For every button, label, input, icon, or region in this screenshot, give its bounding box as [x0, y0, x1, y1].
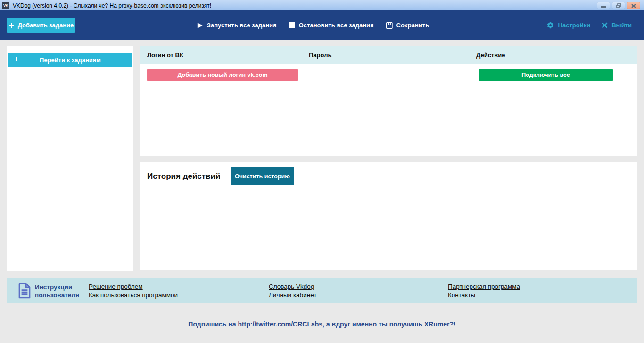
plus-icon — [14, 56, 19, 62]
footer-link-account[interactable]: Личный кабинет — [269, 291, 317, 299]
minimize-button[interactable] — [597, 2, 610, 9]
save-label: Сохранить — [396, 22, 429, 29]
stop-all-label: Остановить все задания — [299, 22, 374, 29]
column-header-login: Логин от ВК — [147, 51, 309, 59]
start-all-label: Запустить все задания — [207, 22, 277, 29]
titlebar: VK VKDog (version 4.0.2) - Слыхали че? Н… — [0, 0, 644, 10]
close-button[interactable] — [627, 2, 640, 9]
restore-button[interactable] — [612, 2, 625, 9]
connect-all-button[interactable]: Подключить все — [479, 69, 613, 81]
tasks-sidebar-panel: Перейти к заданиям — [7, 46, 133, 271]
footer-link-contacts[interactable]: Контакты — [448, 291, 520, 299]
logins-table-body: Добавить новый логин vk.com Подключить в… — [140, 64, 637, 156]
minimize-icon — [601, 6, 606, 8]
footer-link-glossary[interactable]: Словарь Vkdog — [269, 283, 317, 291]
exit-label: Выйти — [611, 22, 632, 29]
save-button[interactable]: Сохранить — [386, 22, 429, 29]
history-title: История действий — [147, 172, 220, 181]
settings-button[interactable]: Настройки — [546, 21, 591, 29]
footer-heading: Инструкции пользователя — [35, 283, 79, 299]
logins-panel: Логин от ВК Пароль Действие Добавить нов… — [140, 46, 637, 156]
footer-link-troubleshooting[interactable]: Решение проблем — [89, 283, 178, 291]
column-header-action: Действие — [476, 51, 637, 59]
help-footer: Инструкции пользователя Решение проблем … — [7, 278, 637, 303]
history-list — [140, 185, 637, 260]
add-task-label: Добавить задание — [18, 22, 74, 29]
footer-link-affiliate[interactable]: Партнерская программа — [448, 283, 520, 291]
save-icon — [386, 22, 393, 29]
add-login-button[interactable]: Добавить новый логин vk.com — [147, 69, 298, 81]
play-icon — [197, 22, 203, 29]
footer-links-column-1: Решение проблем Как пользоваться програм… — [89, 283, 178, 299]
close-icon — [631, 4, 636, 8]
app-window: VK VKDog (version 4.0.2) - Слыхали че? Н… — [0, 0, 644, 343]
exit-button[interactable]: Выйти — [602, 22, 632, 29]
history-panel: История действий Очистить историю — [140, 162, 637, 270]
add-task-button[interactable]: Добавить задание — [7, 18, 75, 33]
plus-icon — [8, 23, 14, 28]
footer-link-how-to-use[interactable]: Как пользоваться программой — [89, 291, 178, 299]
stop-all-button[interactable]: Остановить все задания — [289, 22, 374, 29]
footer-links-column-2: Словарь Vkdog Личный кабинет — [269, 283, 317, 299]
window-title: VKDog (version 4.0.2) - Слыхали че? На p… — [13, 2, 211, 9]
main-toolbar: Добавить задание Запустить все задания О… — [0, 10, 644, 40]
stop-icon — [289, 22, 295, 28]
toolbar-center-group: Запустить все задания Остановить все зад… — [197, 10, 429, 40]
settings-label: Настройки — [558, 22, 591, 29]
twitter-promo-note: Подпишись на http://twitter.com/CRCLabs,… — [0, 320, 644, 328]
document-icon — [18, 283, 31, 299]
footer-links-column-3: Партнерская программа Контакты — [448, 283, 520, 299]
clear-history-button[interactable]: Очистить историю — [231, 167, 294, 185]
restore-icon — [616, 3, 621, 8]
footer-heading-line1: Инструкции — [35, 284, 72, 291]
go-to-tasks-button[interactable]: Перейти к заданиям — [8, 53, 132, 67]
footer-heading-line2: пользователя — [35, 292, 79, 299]
x-icon — [602, 22, 608, 28]
gear-icon — [546, 21, 554, 29]
go-to-tasks-label: Перейти к заданиям — [40, 57, 101, 64]
start-all-button[interactable]: Запустить все задания — [197, 22, 277, 29]
toolbar-right-group: Настройки Выйти — [546, 10, 632, 40]
logins-table-header: Логин от ВК Пароль Действие — [140, 46, 637, 64]
history-header: История действий Очистить историю — [140, 162, 637, 185]
window-controls — [597, 2, 640, 9]
vk-logo-icon: VK — [2, 2, 9, 9]
column-header-password: Пароль — [309, 51, 476, 59]
